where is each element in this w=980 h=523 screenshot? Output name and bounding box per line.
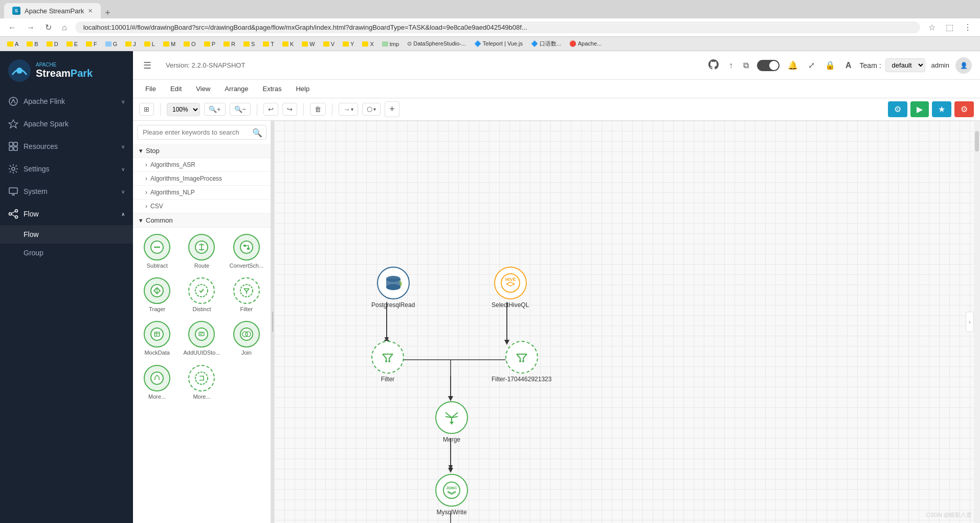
tab-close-icon[interactable]: ✕ bbox=[88, 8, 93, 14]
bookmark-chinese[interactable]: 🔷 口语数... bbox=[528, 39, 564, 49]
zoom-select[interactable]: 100% bbox=[167, 103, 200, 116]
filter2-node[interactable]: Filter-1704462921323 bbox=[492, 341, 551, 383]
avatar[interactable]: 👤 bbox=[955, 57, 972, 74]
theme-toggle[interactable] bbox=[757, 60, 779, 71]
menu-arrange[interactable]: Arrange bbox=[218, 83, 254, 95]
bookmark-m[interactable]: M bbox=[160, 40, 179, 48]
sidebar-item-resources[interactable]: Resources ∨ bbox=[0, 135, 133, 158]
menu-help[interactable]: Help bbox=[289, 83, 316, 95]
bookmark-o[interactable]: O bbox=[181, 40, 199, 48]
new-tab-button[interactable]: + bbox=[103, 8, 113, 18]
trager-component[interactable]: Trager bbox=[137, 275, 177, 315]
expand-button[interactable]: ⤢ bbox=[806, 58, 817, 72]
v-scrollbar[interactable] bbox=[974, 121, 980, 523]
shape-button[interactable]: ⬡ ▾ bbox=[362, 103, 381, 116]
bookmark-e[interactable]: E bbox=[63, 40, 81, 48]
upload-button[interactable]: ↑ bbox=[727, 59, 735, 72]
bookmark-a[interactable]: A bbox=[4, 40, 21, 48]
algorithms-nlp-item[interactable]: › Algorithms_NLP bbox=[133, 186, 271, 200]
adduuid-component[interactable]: AddUUIDSto... bbox=[181, 319, 222, 358]
run-button[interactable]: ▶ bbox=[910, 101, 929, 117]
bookmark-k[interactable]: K bbox=[279, 40, 297, 48]
bookmark-j[interactable]: J bbox=[122, 40, 139, 48]
edge-button[interactable]: → ▾ bbox=[339, 103, 358, 116]
sidebar-sub-item-group[interactable]: Group bbox=[0, 244, 133, 262]
home-button[interactable]: ⌂ bbox=[60, 22, 69, 33]
bookmark-y[interactable]: Y bbox=[340, 40, 357, 48]
right-collapse-button[interactable]: › bbox=[966, 312, 974, 332]
algorithms-asr-item[interactable]: › Algorithms_ASR bbox=[133, 158, 271, 172]
bookmark-g[interactable]: G bbox=[102, 40, 121, 48]
mysql-node[interactable]: JDBC MysqlWrite bbox=[435, 474, 468, 516]
sidebar-item-system[interactable]: System ∨ bbox=[0, 180, 133, 203]
bookmark-v[interactable]: V bbox=[320, 40, 338, 48]
postgresql-node[interactable]: PostgresqlRead bbox=[371, 267, 415, 309]
menu-file[interactable]: File bbox=[139, 83, 162, 95]
refresh-button[interactable]: ↻ bbox=[43, 21, 54, 33]
lock-button[interactable]: 🔒 bbox=[823, 58, 837, 72]
bookmark-x[interactable]: X bbox=[359, 40, 376, 48]
bookmark-p[interactable]: P bbox=[201, 40, 218, 48]
zoom-out-button[interactable]: 🔍− bbox=[230, 103, 251, 116]
extra-component-2[interactable]: More... bbox=[181, 363, 222, 402]
route-component[interactable]: Route bbox=[181, 232, 222, 271]
bookmark-datasphere[interactable]: ⊙ DataSphereStudio-... bbox=[404, 39, 469, 48]
search-input[interactable] bbox=[137, 125, 266, 140]
menu-extras[interactable]: Extras bbox=[257, 83, 288, 95]
sidebar-item-settings[interactable]: Settings ∨ bbox=[0, 158, 133, 180]
delete-button[interactable]: 🗑 bbox=[310, 103, 326, 116]
bookmark-s[interactable]: S bbox=[240, 40, 258, 48]
bookmark-t[interactable]: T bbox=[260, 40, 277, 48]
sidebar-sub-item-flow[interactable]: Flow bbox=[0, 225, 133, 244]
redo-button[interactable]: ↪ bbox=[282, 103, 297, 116]
sidebar-item-spark[interactable]: Apache Spark bbox=[0, 113, 133, 135]
join-component[interactable]: Join bbox=[227, 319, 266, 358]
zoom-in-button[interactable]: 🔍+ bbox=[204, 103, 226, 116]
algorithms-imageprocess-item[interactable]: › Algorithms_ImageProcess bbox=[133, 172, 271, 186]
bookmark-teleport[interactable]: 🔷 Teleport | Vue.js bbox=[471, 39, 526, 48]
csv-item[interactable]: › CSV bbox=[133, 200, 271, 213]
filter-component[interactable]: Filter bbox=[227, 275, 266, 315]
undo-button[interactable]: ↩ bbox=[263, 103, 278, 116]
mockdata-component[interactable]: MockData bbox=[137, 319, 177, 358]
drawing-board[interactable]: PostgresqlRead HIVE SelectHiveQL bbox=[274, 121, 980, 523]
filter1-node[interactable]: Filter bbox=[371, 341, 404, 383]
merge-node[interactable]: Merge bbox=[435, 401, 468, 443]
star-button[interactable]: ★ bbox=[932, 101, 951, 117]
distinct-component[interactable]: Distinct bbox=[181, 275, 222, 315]
github-button[interactable] bbox=[706, 57, 721, 74]
bookmark-button[interactable]: ☆ bbox=[926, 21, 938, 33]
sidebar-item-flink[interactable]: Apache Flink ∨ bbox=[0, 90, 133, 113]
bookmark-tmp[interactable]: tmp bbox=[379, 40, 402, 48]
bookmark-b[interactable]: B bbox=[24, 40, 41, 48]
bookmark-apache[interactable]: 🔴 Apache... bbox=[566, 39, 605, 48]
team-select[interactable]: default bbox=[885, 58, 925, 72]
copy-button[interactable]: ⧉ bbox=[741, 59, 751, 72]
config-button[interactable]: ⚙ bbox=[954, 101, 974, 117]
common-section-header[interactable]: ▾ Common bbox=[133, 213, 271, 228]
url-input[interactable] bbox=[75, 21, 920, 33]
panel-scroll[interactable]: ▾ Stop › Algorithms_ASR › Algorithms_Ima… bbox=[133, 144, 271, 523]
stop-section-header[interactable]: ▾ Stop bbox=[133, 144, 271, 158]
menu-button[interactable]: ⋮ bbox=[962, 21, 974, 33]
add-button[interactable]: + bbox=[385, 101, 399, 117]
hive-node[interactable]: HIVE SelectHiveQL bbox=[492, 267, 529, 309]
translate-button[interactable]: A bbox=[843, 59, 854, 72]
menu-edit[interactable]: Edit bbox=[164, 83, 188, 95]
menu-view[interactable]: View bbox=[190, 83, 216, 95]
bookmark-r[interactable]: R bbox=[220, 40, 238, 48]
back-button[interactable]: ← bbox=[6, 22, 18, 33]
bell-button[interactable]: 🔔 bbox=[786, 58, 800, 72]
forward-button[interactable]: → bbox=[25, 22, 37, 33]
hamburger-button[interactable]: ☰ bbox=[141, 58, 153, 73]
sidebar-item-flow[interactable]: Flow ∧ bbox=[0, 203, 133, 225]
subtract-component[interactable]: Subtract bbox=[137, 232, 177, 271]
settings-action-button[interactable]: ⚙ bbox=[888, 101, 907, 117]
extensions-button[interactable]: ⬚ bbox=[944, 21, 955, 33]
bookmark-l[interactable]: L bbox=[141, 40, 158, 48]
bookmark-d[interactable]: D bbox=[43, 40, 61, 48]
bookmark-f[interactable]: F bbox=[83, 40, 100, 48]
convertsch-component[interactable]: ConvertSch... bbox=[227, 232, 266, 271]
extra-component-1[interactable]: More... bbox=[137, 363, 177, 402]
active-tab[interactable]: S Apache StreamPark ✕ bbox=[4, 3, 101, 18]
